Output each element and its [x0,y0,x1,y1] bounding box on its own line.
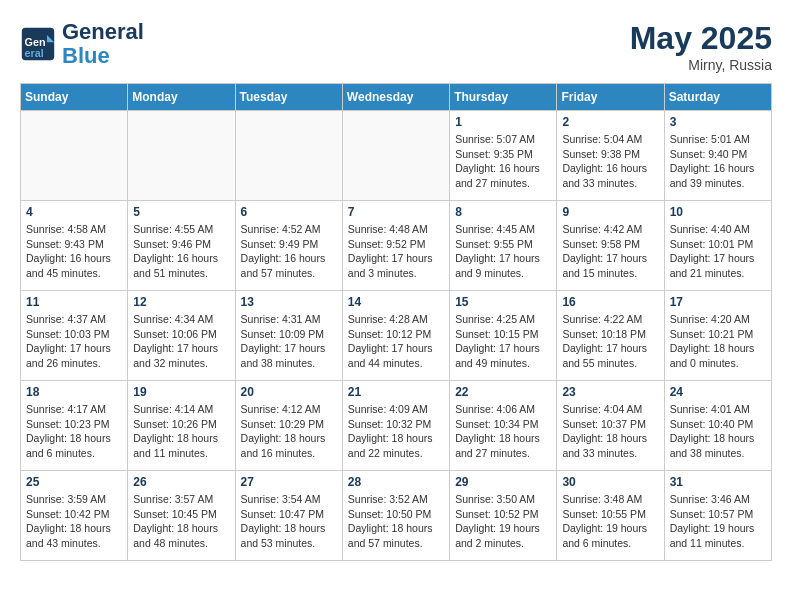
day-info: Sunrise: 5:01 AM Sunset: 9:40 PM Dayligh… [670,132,766,191]
day-number: 21 [348,385,444,399]
day-info: Sunrise: 4:55 AM Sunset: 9:46 PM Dayligh… [133,222,229,281]
calendar-week-row: 11Sunrise: 4:37 AM Sunset: 10:03 PM Dayl… [21,291,772,381]
day-info: Sunrise: 3:46 AM Sunset: 10:57 PM Daylig… [670,492,766,551]
header-friday: Friday [557,84,664,111]
calendar-week-row: 25Sunrise: 3:59 AM Sunset: 10:42 PM Dayl… [21,471,772,561]
table-row: 14Sunrise: 4:28 AM Sunset: 10:12 PM Dayl… [342,291,449,381]
calendar-week-row: 4Sunrise: 4:58 AM Sunset: 9:43 PM Daylig… [21,201,772,291]
title-block: May 2025 Mirny, Russia [630,20,772,73]
day-number: 28 [348,475,444,489]
calendar-week-row: 1Sunrise: 5:07 AM Sunset: 9:35 PM Daylig… [21,111,772,201]
day-info: Sunrise: 5:07 AM Sunset: 9:35 PM Dayligh… [455,132,551,191]
month-year-title: May 2025 [630,20,772,57]
day-number: 13 [241,295,337,309]
day-info: Sunrise: 4:42 AM Sunset: 9:58 PM Dayligh… [562,222,658,281]
day-number: 18 [26,385,122,399]
day-number: 1 [455,115,551,129]
table-row: 3Sunrise: 5:01 AM Sunset: 9:40 PM Daylig… [664,111,771,201]
table-row: 5Sunrise: 4:55 AM Sunset: 9:46 PM Daylig… [128,201,235,291]
table-row: 10Sunrise: 4:40 AM Sunset: 10:01 PM Dayl… [664,201,771,291]
day-info: Sunrise: 4:25 AM Sunset: 10:15 PM Daylig… [455,312,551,371]
table-row: 21Sunrise: 4:09 AM Sunset: 10:32 PM Dayl… [342,381,449,471]
day-number: 26 [133,475,229,489]
table-row: 25Sunrise: 3:59 AM Sunset: 10:42 PM Dayl… [21,471,128,561]
day-info: Sunrise: 4:20 AM Sunset: 10:21 PM Daylig… [670,312,766,371]
table-row: 28Sunrise: 3:52 AM Sunset: 10:50 PM Dayl… [342,471,449,561]
table-row: 11Sunrise: 4:37 AM Sunset: 10:03 PM Dayl… [21,291,128,381]
day-number: 12 [133,295,229,309]
table-row: 23Sunrise: 4:04 AM Sunset: 10:37 PM Dayl… [557,381,664,471]
day-number: 4 [26,205,122,219]
header-monday: Monday [128,84,235,111]
table-row [21,111,128,201]
header-sunday: Sunday [21,84,128,111]
calendar-table: Sunday Monday Tuesday Wednesday Thursday… [20,83,772,561]
table-row: 29Sunrise: 3:50 AM Sunset: 10:52 PM Dayl… [450,471,557,561]
table-row [128,111,235,201]
day-number: 19 [133,385,229,399]
day-info: Sunrise: 3:52 AM Sunset: 10:50 PM Daylig… [348,492,444,551]
table-row: 15Sunrise: 4:25 AM Sunset: 10:15 PM Dayl… [450,291,557,381]
table-row: 22Sunrise: 4:06 AM Sunset: 10:34 PM Dayl… [450,381,557,471]
day-info: Sunrise: 5:04 AM Sunset: 9:38 PM Dayligh… [562,132,658,191]
table-row: 18Sunrise: 4:17 AM Sunset: 10:23 PM Dayl… [21,381,128,471]
table-row: 4Sunrise: 4:58 AM Sunset: 9:43 PM Daylig… [21,201,128,291]
header-tuesday: Tuesday [235,84,342,111]
day-info: Sunrise: 3:50 AM Sunset: 10:52 PM Daylig… [455,492,551,551]
day-number: 15 [455,295,551,309]
day-number: 8 [455,205,551,219]
weekday-header-row: Sunday Monday Tuesday Wednesday Thursday… [21,84,772,111]
header-thursday: Thursday [450,84,557,111]
table-row: 17Sunrise: 4:20 AM Sunset: 10:21 PM Dayl… [664,291,771,381]
page-header: Gen eral General Blue May 2025 Mirny, Ru… [20,20,772,73]
day-info: Sunrise: 4:01 AM Sunset: 10:40 PM Daylig… [670,402,766,461]
day-number: 27 [241,475,337,489]
table-row: 2Sunrise: 5:04 AM Sunset: 9:38 PM Daylig… [557,111,664,201]
table-row: 27Sunrise: 3:54 AM Sunset: 10:47 PM Dayl… [235,471,342,561]
day-info: Sunrise: 4:58 AM Sunset: 9:43 PM Dayligh… [26,222,122,281]
table-row [342,111,449,201]
day-info: Sunrise: 3:59 AM Sunset: 10:42 PM Daylig… [26,492,122,551]
table-row: 24Sunrise: 4:01 AM Sunset: 10:40 PM Dayl… [664,381,771,471]
day-number: 16 [562,295,658,309]
day-info: Sunrise: 4:48 AM Sunset: 9:52 PM Dayligh… [348,222,444,281]
day-info: Sunrise: 3:57 AM Sunset: 10:45 PM Daylig… [133,492,229,551]
day-number: 29 [455,475,551,489]
day-number: 6 [241,205,337,219]
logo-text: General Blue [62,20,144,68]
day-info: Sunrise: 4:31 AM Sunset: 10:09 PM Daylig… [241,312,337,371]
day-info: Sunrise: 4:40 AM Sunset: 10:01 PM Daylig… [670,222,766,281]
day-number: 14 [348,295,444,309]
day-number: 20 [241,385,337,399]
day-info: Sunrise: 3:48 AM Sunset: 10:55 PM Daylig… [562,492,658,551]
day-number: 11 [26,295,122,309]
table-row: 30Sunrise: 3:48 AM Sunset: 10:55 PM Dayl… [557,471,664,561]
table-row [235,111,342,201]
day-number: 30 [562,475,658,489]
day-info: Sunrise: 4:14 AM Sunset: 10:26 PM Daylig… [133,402,229,461]
day-number: 31 [670,475,766,489]
day-number: 17 [670,295,766,309]
table-row: 26Sunrise: 3:57 AM Sunset: 10:45 PM Dayl… [128,471,235,561]
table-row: 16Sunrise: 4:22 AM Sunset: 10:18 PM Dayl… [557,291,664,381]
day-info: Sunrise: 4:12 AM Sunset: 10:29 PM Daylig… [241,402,337,461]
day-info: Sunrise: 4:34 AM Sunset: 10:06 PM Daylig… [133,312,229,371]
day-info: Sunrise: 4:45 AM Sunset: 9:55 PM Dayligh… [455,222,551,281]
day-number: 23 [562,385,658,399]
table-row: 12Sunrise: 4:34 AM Sunset: 10:06 PM Dayl… [128,291,235,381]
header-saturday: Saturday [664,84,771,111]
day-number: 22 [455,385,551,399]
table-row: 6Sunrise: 4:52 AM Sunset: 9:49 PM Daylig… [235,201,342,291]
table-row: 31Sunrise: 3:46 AM Sunset: 10:57 PM Dayl… [664,471,771,561]
table-row: 9Sunrise: 4:42 AM Sunset: 9:58 PM Daylig… [557,201,664,291]
day-number: 24 [670,385,766,399]
day-info: Sunrise: 4:04 AM Sunset: 10:37 PM Daylig… [562,402,658,461]
day-number: 7 [348,205,444,219]
logo-icon: Gen eral [20,26,56,62]
table-row: 13Sunrise: 4:31 AM Sunset: 10:09 PM Dayl… [235,291,342,381]
table-row: 19Sunrise: 4:14 AM Sunset: 10:26 PM Dayl… [128,381,235,471]
day-number: 2 [562,115,658,129]
day-info: Sunrise: 4:22 AM Sunset: 10:18 PM Daylig… [562,312,658,371]
day-number: 5 [133,205,229,219]
day-number: 25 [26,475,122,489]
